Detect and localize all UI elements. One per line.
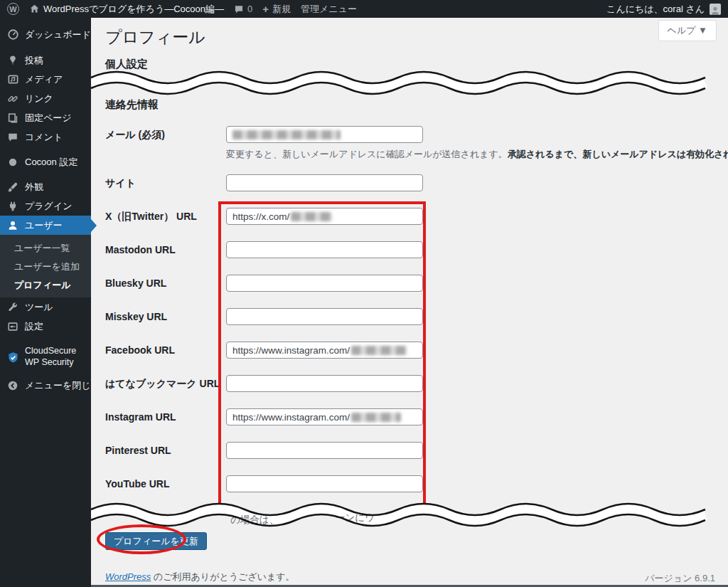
form-row-hatena: はてなブックマーク URL (105, 375, 717, 392)
sidebar-item-comments[interactable]: コメント (0, 127, 91, 147)
blurred-value (232, 130, 341, 139)
sidebar-item-media[interactable]: メディア (0, 70, 91, 89)
main-content: ヘルプ ▼ プロフィール 個人設定 連絡先情報 メール (必須) 変更すると、新… (91, 18, 728, 587)
site-menu[interactable]: WordPressでブログを作ろう—Cocoon編— (29, 3, 224, 16)
email-description: 変更すると、新しいメールアドレスに確認メールが送信されます。承認されるまで、新し… (226, 148, 728, 161)
wordpress-link[interactable]: WordPress (105, 571, 151, 582)
hidden-text-fragment: の場合は、 (230, 514, 279, 525)
comments-icon (6, 132, 20, 143)
field-label: Bluesky URL (105, 275, 226, 292)
sidebar-item-user-list[interactable]: ユーザー一覧 (0, 239, 91, 258)
sidebar-item-links[interactable]: リンク (0, 89, 91, 108)
comment-count: 0 (247, 4, 252, 14)
field-label: YouTube URL (105, 475, 226, 492)
mastodon-url-input[interactable] (226, 241, 423, 258)
collapse-arrow-icon (6, 380, 20, 391)
sidebar-item-tools[interactable]: ツール (0, 297, 91, 317)
pin-icon (6, 55, 20, 66)
new-label: 新規 (272, 3, 291, 16)
brush-icon (6, 181, 20, 193)
admin-bar: W WordPressでブログを作ろう—Cocoon編— 0 + 新規 管理メニ… (0, 0, 728, 18)
sidebar-item-dashboard[interactable]: ダッシュボード (0, 25, 91, 44)
sidebar-item-plugins[interactable]: プラグイン (0, 196, 91, 216)
facebook-url-input[interactable]: https://www.instagram.com/ (226, 342, 423, 359)
site-name: WordPressでブログを作ろう—Cocoon編— (43, 3, 224, 16)
home-icon (29, 4, 40, 14)
admin-menu-label: 管理メニュー (301, 3, 357, 16)
new-content-menu[interactable]: + 新規 (262, 3, 291, 16)
active-item-arrow (91, 219, 97, 232)
sidebar-item-settings[interactable]: 設定 (0, 317, 91, 336)
plug-icon (6, 201, 20, 212)
admin-sidebar: ダッシュボード 投稿 メディア リンク 固定ページ コメント Cocoon 設定… (0, 18, 91, 587)
blurred-value (291, 212, 332, 221)
sidebar-item-users[interactable]: ユーザー (0, 216, 91, 235)
admin-menu-shortcut[interactable]: 管理メニュー (301, 3, 357, 16)
sidebar-item-pages[interactable]: 固定ページ (0, 108, 91, 127)
pinterest-url-input[interactable] (226, 442, 423, 459)
shield-icon (6, 351, 20, 364)
profile-form: メール (必須) 変更すると、新しいメールアドレスに確認メールが送信されます。承… (105, 126, 717, 509)
form-row-facebook: Facebook URL https://www.instagram.com/ (105, 342, 717, 359)
sidebar-item-collapse-menu[interactable]: メニューを閉じる (0, 376, 91, 395)
link-icon (6, 93, 20, 105)
help-button[interactable]: ヘルプ ▼ (658, 20, 717, 41)
footer-thanks: WordPress のご利用ありがとうございます。 (105, 571, 295, 583)
field-label: Instagram URL (105, 408, 226, 425)
pages-icon (6, 112, 20, 124)
website-input[interactable] (226, 174, 423, 191)
field-label: サイト (105, 174, 226, 191)
wordpress-logo-icon[interactable]: W (7, 3, 19, 15)
field-label: Pinterest URL (105, 442, 226, 459)
update-profile-button[interactable]: プロフィールを更新 (105, 532, 207, 550)
sidebar-item-appearance[interactable]: 外観 (0, 177, 91, 196)
field-label: X（旧Twitter） URL (105, 208, 226, 225)
sidebar-item-posts[interactable]: 投稿 (0, 51, 91, 70)
media-icon (6, 73, 20, 85)
footer-version: バージョン 6.9.1 (645, 572, 715, 585)
content-snip-wave-top (91, 69, 728, 103)
users-submenu: ユーザー一覧 ユーザーを追加 プロフィール (0, 235, 91, 297)
plus-icon: + (262, 4, 269, 14)
sidebar-item-cloudsecure[interactable]: CloudSecure WP Security (0, 343, 91, 371)
account-menu[interactable]: こんにちは、coral さん (606, 3, 721, 16)
misskey-url-input[interactable] (226, 308, 423, 325)
field-label: Mastodon URL (105, 241, 226, 258)
youtube-url-input[interactable] (226, 475, 423, 492)
form-row-email: メール (必須) 変更すると、新しいメールアドレスに確認メールが送信されます。承… (105, 126, 717, 161)
field-label: Misskey URL (105, 308, 226, 325)
section-heading-personal: 個人設定 (105, 58, 148, 71)
users-icon (6, 220, 20, 231)
greeting-text: こんにちは、coral さん (606, 3, 705, 16)
wrench-icon (6, 302, 20, 313)
form-row-instagram: Instagram URL https://www.instagram.com/ (105, 408, 717, 425)
sidebar-item-cocoon-settings[interactable]: Cocoon 設定 (0, 152, 91, 171)
blurred-value (351, 346, 407, 355)
dashboard-icon (6, 28, 20, 41)
comment-bubble-icon (234, 4, 244, 14)
form-row-misskey: Misskey URL (105, 308, 717, 325)
form-row-bluesky: Bluesky URL (105, 275, 717, 292)
settings-icon (6, 321, 20, 332)
avatar (710, 4, 721, 15)
sidebar-item-add-user[interactable]: ユーザーを追加 (0, 258, 91, 276)
form-row-pinterest: Pinterest URL (105, 442, 717, 459)
blurred-value (351, 413, 401, 422)
comments-shortcut[interactable]: 0 (234, 4, 252, 14)
form-row-youtube: YouTube URL (105, 475, 717, 492)
bluesky-url-input[interactable] (226, 275, 423, 292)
page-title: プロフィール (105, 26, 205, 48)
form-row-website: サイト (105, 174, 717, 191)
hatena-url-input[interactable] (226, 375, 423, 392)
x-url-input[interactable]: https://x.com/ (226, 208, 423, 225)
instagram-url-input[interactable]: https://www.instagram.com/ (226, 408, 423, 425)
field-label: Facebook URL (105, 342, 226, 359)
form-row-mastodon: Mastodon URL (105, 241, 717, 258)
hidden-text-fragment: ーンにウ (336, 512, 375, 523)
sidebar-item-profile[interactable]: プロフィール (0, 276, 91, 295)
field-label: はてなブックマーク URL (105, 375, 226, 392)
cocoon-icon (6, 157, 20, 168)
section-heading-contact: 連絡先情報 (105, 98, 159, 112)
field-label: メール (必須) (105, 126, 226, 161)
email-input[interactable] (226, 126, 423, 143)
